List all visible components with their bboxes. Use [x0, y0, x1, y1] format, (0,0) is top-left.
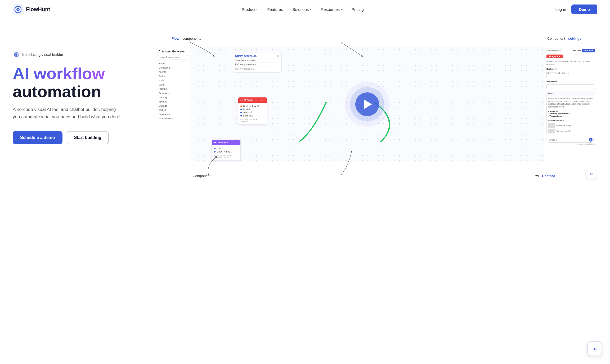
node-ai-agent: ⬡ AI Agent live Chat History ① LLM ① Too…: [238, 97, 267, 125]
nav-features[interactable]: Features: [267, 7, 283, 12]
generator-node-icon: ◈: [214, 141, 216, 144]
panel-title: AI Answer Generator: [156, 49, 190, 55]
annotation-component-settings: Component settings: [547, 37, 581, 41]
hero-title: AI workflow automation: [13, 65, 140, 101]
diagram-frame: AI Answer Generator Inputs Generators Ag…: [156, 47, 597, 162]
component-search[interactable]: [158, 55, 188, 60]
agent-settings-pill: AI agent ✕: [546, 55, 563, 58]
hero-left: Introducing visual builder AI workflow a…: [13, 35, 140, 144]
nav-solutions[interactable]: Solutions ▾: [293, 7, 311, 12]
brand-name: FlowHunt: [26, 6, 50, 12]
component-panel: AI Answer Generator Inputs Generators Ag…: [156, 47, 190, 162]
svg-rect-2: [15, 53, 17, 56]
hero-title-dark: automation: [13, 82, 101, 101]
comp-group-widgets[interactable]: Widgets: [156, 108, 190, 112]
comp-group-llms[interactable]: LLMs: [156, 83, 190, 87]
demo-button[interactable]: Demo: [571, 5, 597, 14]
annotation-component: Component: [193, 174, 210, 178]
powered-by: Powered by FlowHunt: [546, 143, 595, 145]
logo[interactable]: FlowHunt: [13, 4, 50, 15]
comp-group-inputs[interactable]: Inputs: [156, 61, 190, 66]
badge-text: Introducing visual builder: [22, 52, 63, 57]
hero-badge: Introducing visual builder: [13, 51, 63, 58]
save-flow-button[interactable]: Save flow: [582, 49, 595, 52]
schedule-demo-button[interactable]: Schedule a demo: [13, 131, 62, 144]
hero-description: A no-code visual AI tool and chatbot bui…: [13, 106, 124, 120]
comp-group-splitters[interactable]: Splitters: [156, 100, 190, 104]
start-building-button[interactable]: Start building: [67, 131, 109, 144]
related-sources-label: Related sources: [547, 118, 595, 122]
redo-icon[interactable]: ⟶: [577, 49, 581, 52]
hero-section: Introducing visual builder AI workflow a…: [0, 19, 610, 210]
badge-icon: [13, 51, 20, 58]
nav-product[interactable]: Product ▾: [242, 7, 258, 12]
backstory-label: Backstory: [546, 68, 595, 70]
comp-group-generators[interactable]: Generators: [156, 66, 190, 70]
undo-icon[interactable]: ⟵: [573, 49, 576, 52]
comp-group-memory[interactable]: Memory: [156, 95, 190, 100]
bot-name-label: Bot_Name: [546, 80, 595, 83]
annotation-flow-components: Flow components: [172, 37, 201, 41]
settings-panel: Flow templates ⟵ ⟶ Save flow AI agent ✕ …: [544, 47, 597, 162]
backstory-input[interactable]: [546, 71, 595, 78]
chat-preview: Goal Customer service representatives ca…: [546, 91, 595, 135]
agent-node-icon: ⬡: [240, 99, 243, 101]
hero-right: Flow components Component settings AI An…: [156, 35, 597, 194]
hero-buttons: Schedule a demo Start building: [13, 131, 140, 144]
comp-group-transformers[interactable]: Transformers: [156, 116, 190, 121]
comp-group-evaluators[interactable]: Evaluators: [156, 112, 190, 116]
canvas-area: Query expansion ✕ Task decomposition Fol…: [190, 47, 544, 162]
comp-group-prompts[interactable]: Prompts: [156, 87, 190, 91]
comp-group-tools[interactable]: Tools: [156, 78, 190, 83]
chat-input-field[interactable]: [549, 139, 588, 141]
login-button[interactable]: Log in: [555, 7, 566, 12]
nav-links: Product ▾ Features Solutions ▾ Resources…: [242, 7, 364, 12]
comp-group-retrievers[interactable]: Retrievers: [156, 91, 190, 95]
chat-send-button[interactable]: ▶: [589, 138, 593, 142]
nav-actions: Log in Demo: [555, 5, 597, 14]
chat-input-area: ▶: [546, 137, 595, 143]
comp-group-tasks[interactable]: Tasks: [156, 74, 190, 78]
comp-group-agents[interactable]: Agents: [156, 70, 190, 74]
comp-group-outputs[interactable]: Outputs: [156, 104, 190, 108]
nav-pricing[interactable]: Pricing: [352, 7, 364, 12]
node-query-expansion: Query expansion ✕ Task decomposition Fol…: [233, 52, 282, 73]
node-generator: ◈ Generator LLM ① Model Name ① Message O…: [212, 140, 241, 161]
bot-name-input[interactable]: [546, 84, 595, 89]
hero-title-gradient: AI workflow: [13, 64, 105, 83]
chevron-down-icon: ▾: [341, 8, 342, 11]
chevron-down-icon: ▾: [256, 8, 258, 11]
nav-resources[interactable]: Resources ▾: [321, 7, 342, 12]
settings-description: AI Agent that can connect to tools and g…: [546, 60, 595, 66]
diagram-container: Flow components Component settings AI An…: [156, 35, 597, 183]
chevron-down-icon: ▾: [310, 8, 311, 11]
navbar: FlowHunt Product ▾ Features Solutions ▾ …: [0, 0, 610, 19]
diagram-ai-badge: ai: [586, 169, 596, 179]
play-button[interactable]: [355, 92, 379, 116]
play-icon: [364, 100, 372, 109]
annotation-flow-chatbot: Flow Chatbot: [532, 174, 555, 178]
